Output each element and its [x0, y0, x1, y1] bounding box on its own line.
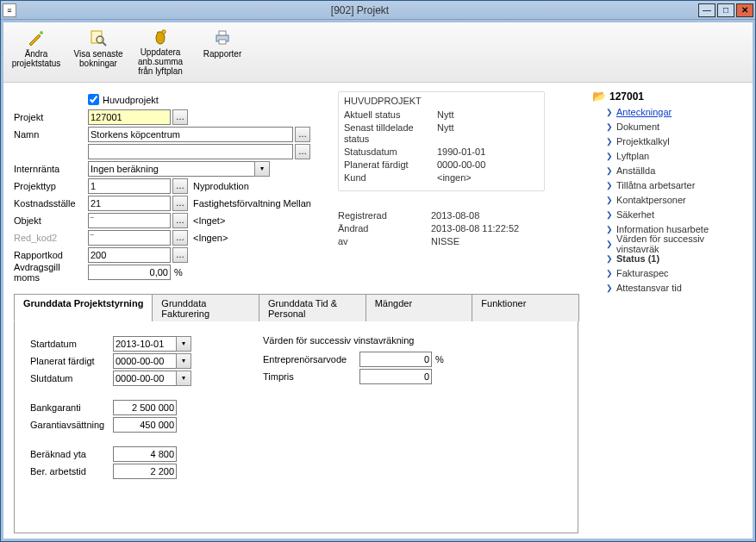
- tree-root[interactable]: 📂 127001: [592, 90, 749, 103]
- tab-grunddata-projektstyrning[interactable]: Grunddata Projektstyrning: [14, 294, 153, 321]
- folder-open-icon: 📂: [592, 90, 606, 103]
- tree-item-label: Anteckningar: [616, 107, 672, 117]
- svg-rect-7: [219, 40, 226, 44]
- planeratfardigt-input[interactable]: [113, 353, 177, 369]
- entreprenorsarvode-unit: %: [435, 354, 444, 364]
- garantiav-input[interactable]: [113, 417, 177, 433]
- printer-icon: [210, 28, 234, 47]
- projekt-lookup-button[interactable]: …: [172, 109, 188, 125]
- tree-item-6[interactable]: ❯Kontaktpersoner: [592, 192, 749, 207]
- minimize-button[interactable]: —: [698, 3, 715, 17]
- objekt-input[interactable]: [88, 213, 171, 228]
- svg-line-3: [103, 42, 106, 46]
- tree-item-3[interactable]: ❯Lyftplan: [592, 148, 749, 163]
- timpris-input[interactable]: [359, 369, 432, 384]
- tree-item-5[interactable]: ❯Tillåtna arbetsarter: [592, 178, 749, 192]
- tree-item-7[interactable]: ❯Säkerhet: [592, 207, 749, 221]
- tab-grunddata-tid-personal[interactable]: Grunddata Tid & Personal: [259, 294, 366, 321]
- tree-item-label: Dokument: [616, 121, 659, 132]
- startdatum-dropdown-button[interactable]: ▾: [176, 336, 191, 352]
- maximize-button[interactable]: □: [717, 3, 734, 17]
- objekt-lookup-button[interactable]: …: [172, 213, 188, 228]
- projekttyp-label: Projekttyp: [14, 181, 88, 191]
- chevron-right-icon: ❯: [606, 137, 613, 146]
- namn-input[interactable]: [88, 127, 293, 142]
- planeratfardigt-dropdown-button[interactable]: ▾: [176, 353, 191, 369]
- tab-grunddata-fakturering[interactable]: Grunddata Fakturering: [152, 294, 259, 321]
- tree-item-label: Lyftplan: [616, 151, 649, 161]
- tree-item-11[interactable]: ❯Fakturaspec: [592, 265, 749, 280]
- bankgaranti-input[interactable]: [113, 400, 177, 415]
- tree-item-0[interactable]: ❯Anteckningar: [592, 104, 749, 119]
- berarbetstid-label: Ber. arbetstid: [30, 466, 113, 477]
- namn2-lookup-button[interactable]: …: [295, 144, 310, 159]
- tree-item-label: Fakturaspec: [616, 268, 669, 278]
- huvudprojekt-checkbox[interactable]: [88, 94, 99, 105]
- entreprenorsarvode-label: Entreprenörsarvode: [263, 354, 359, 364]
- change-projectstatus-button[interactable]: Ändra projektstatus: [5, 24, 67, 80]
- chevron-right-icon: ❯: [606, 122, 613, 131]
- chevron-right-icon: ❯: [606, 152, 613, 160]
- reports-button[interactable]: Rapporter: [191, 24, 253, 80]
- tree-item-label: Säkerhet: [616, 209, 654, 220]
- tree-root-label: 127001: [609, 90, 644, 103]
- tree-item-1[interactable]: ❯Dokument: [592, 119, 749, 134]
- money-bag-icon: [148, 28, 172, 46]
- close-button[interactable]: ✕: [736, 3, 753, 17]
- magnifier-doc-icon: [86, 28, 110, 47]
- tree-item-12[interactable]: ❯Attestansvar tid: [592, 280, 749, 295]
- tree-item-9[interactable]: ❯Värden för successiv vinstavräk: [592, 236, 749, 251]
- namn-lookup-button[interactable]: …: [295, 127, 310, 142]
- tree-item-label: Status (1): [616, 253, 659, 264]
- chevron-right-icon: ❯: [606, 108, 613, 116]
- system-menu-icon[interactable]: ≡: [3, 3, 16, 17]
- kostnadsstalle-input[interactable]: [88, 196, 171, 211]
- slutdatum-input[interactable]: [113, 371, 177, 386]
- internranta-dropdown-button[interactable]: ▾: [254, 161, 270, 177]
- projekttyp-input[interactable]: [88, 178, 171, 194]
- chevron-right-icon: ❯: [606, 240, 613, 248]
- tabs: Grunddata Projektstyrning Grunddata Fakt…: [14, 293, 578, 321]
- projekt-input[interactable]: [88, 109, 171, 125]
- entreprenorsarvode-input[interactable]: [359, 352, 432, 367]
- beraknadyta-input[interactable]: [113, 446, 177, 462]
- tree-item-label: Kontaktpersoner: [616, 195, 686, 205]
- objekt-desc: <Inget>: [193, 215, 225, 226]
- redkod2-lookup-button[interactable]: …: [172, 230, 188, 246]
- tab-mangder[interactable]: Mängder: [366, 294, 473, 321]
- berarbetstid-input[interactable]: [113, 464, 177, 479]
- tree-item-label: Projektkalkyl: [616, 136, 670, 146]
- kostnadsstalle-lookup-button[interactable]: …: [172, 196, 188, 211]
- projekttyp-lookup-button[interactable]: …: [172, 178, 188, 194]
- show-latest-bookings-button[interactable]: Visa senaste bokningar: [67, 24, 129, 80]
- namn2-input[interactable]: [88, 144, 293, 159]
- tree-item-label: Anställda: [616, 165, 655, 176]
- tab-funktioner[interactable]: Funktioner: [472, 294, 579, 321]
- tree-item-label: Attestansvar tid: [616, 283, 682, 293]
- garantiav-label: Garantiavsättning: [30, 420, 113, 430]
- svg-point-0: [40, 31, 43, 34]
- internranta-select[interactable]: [88, 161, 255, 177]
- inner-frame: Ändra projektstatus Visa senaste bokning…: [1, 20, 755, 541]
- tree-item-2[interactable]: ❯Projektkalkyl: [592, 134, 749, 148]
- beraknadyta-label: Beräknad yta: [30, 449, 113, 459]
- startdatum-input[interactable]: [113, 336, 177, 352]
- chevron-right-icon: ❯: [606, 196, 613, 204]
- side-tree: 📂 127001 ❯Anteckningar❯Dokument❯Projektk…: [589, 83, 753, 539]
- chevron-right-icon: ❯: [606, 283, 613, 292]
- redkod2-input[interactable]: [88, 230, 171, 246]
- rapportkod-input[interactable]: [88, 247, 171, 263]
- slutdatum-label: Slutdatum: [30, 373, 113, 383]
- tree-item-4[interactable]: ❯Anställda: [592, 163, 749, 178]
- status-panel-header: HUVUDPROJEKT: [344, 96, 539, 106]
- update-sum-from-lyftplan-button[interactable]: Uppdatera anb.summa från lyftplan: [129, 24, 191, 80]
- succ-vinstavrakning-header: Värden för successiv vinstavräkning: [263, 335, 504, 346]
- rapportkod-lookup-button[interactable]: …: [172, 247, 188, 263]
- tree-item-label: Tillåtna arbetsarter: [616, 180, 695, 190]
- chevron-right-icon: ❯: [606, 269, 613, 277]
- rapportkod-label: Rapportkod: [14, 250, 88, 260]
- chevron-right-icon: ❯: [606, 210, 613, 219]
- avdragmoms-input[interactable]: [88, 265, 171, 280]
- slutdatum-dropdown-button[interactable]: ▾: [176, 371, 191, 386]
- toolbar: Ändra projektstatus Visa senaste bokning…: [3, 22, 753, 83]
